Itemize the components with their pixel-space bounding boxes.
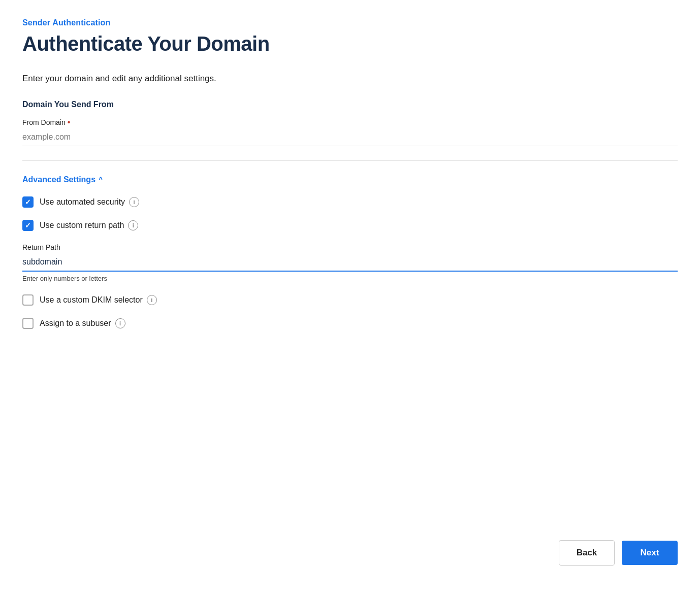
checkmark-custom-return-path: ✓ bbox=[25, 222, 31, 229]
back-button[interactable]: Back bbox=[559, 540, 615, 566]
checkbox-custom-return-path[interactable]: ✓ bbox=[22, 220, 34, 231]
info-icon-custom-return-path[interactable]: i bbox=[128, 220, 138, 230]
info-icon-automated-security[interactable]: i bbox=[129, 197, 139, 207]
checkbox-label-automated-security: Use automated security i bbox=[40, 197, 139, 207]
checkbox-automated-security[interactable]: ✓ bbox=[22, 196, 34, 208]
page-subtitle: Enter your domain and edit any additiona… bbox=[22, 74, 678, 84]
advanced-settings-toggle[interactable]: Advanced Settings ^ bbox=[22, 175, 678, 184]
from-domain-group: From Domain • bbox=[22, 118, 678, 146]
breadcrumb: Sender Authentication bbox=[22, 18, 678, 27]
required-dot: • bbox=[68, 118, 71, 126]
return-path-hint: Enter only numbers or letters bbox=[22, 275, 678, 282]
checkbox-row-custom-return-path: ✓ Use custom return path i bbox=[22, 220, 678, 231]
page-container: Sender Authentication Authenticate Your … bbox=[0, 0, 700, 596]
divider bbox=[22, 160, 678, 161]
return-path-group: Return Path Enter only numbers or letter… bbox=[22, 243, 678, 282]
return-path-input[interactable] bbox=[22, 254, 678, 272]
checkbox-label-custom-return-path: Use custom return path i bbox=[40, 220, 138, 230]
checkbox-row-custom-dkim: ✓ Use a custom DKIM selector i bbox=[22, 294, 678, 306]
from-domain-input[interactable] bbox=[22, 129, 678, 146]
footer-buttons: Back Next bbox=[559, 540, 678, 566]
checkbox-row-automated-security: ✓ Use automated security i bbox=[22, 196, 678, 208]
checkbox-row-assign-subuser: ✓ Assign to a subuser i bbox=[22, 318, 678, 329]
domain-section-label: Domain You Send From bbox=[22, 100, 678, 109]
checkbox-assign-subuser[interactable]: ✓ bbox=[22, 318, 34, 329]
from-domain-label: From Domain • bbox=[22, 118, 678, 126]
advanced-settings-caret: ^ bbox=[99, 176, 103, 184]
checkbox-label-custom-dkim: Use a custom DKIM selector i bbox=[40, 295, 157, 305]
checkbox-label-assign-subuser: Assign to a subuser i bbox=[40, 318, 125, 328]
advanced-settings-label: Advanced Settings bbox=[22, 175, 96, 184]
info-icon-custom-dkim[interactable]: i bbox=[147, 295, 157, 305]
checkmark-automated-security: ✓ bbox=[25, 198, 31, 206]
next-button[interactable]: Next bbox=[622, 541, 678, 565]
page-title: Authenticate Your Domain bbox=[22, 32, 678, 55]
return-path-label: Return Path bbox=[22, 243, 678, 251]
info-icon-assign-subuser[interactable]: i bbox=[115, 318, 125, 328]
checkbox-custom-dkim[interactable]: ✓ bbox=[22, 294, 34, 306]
